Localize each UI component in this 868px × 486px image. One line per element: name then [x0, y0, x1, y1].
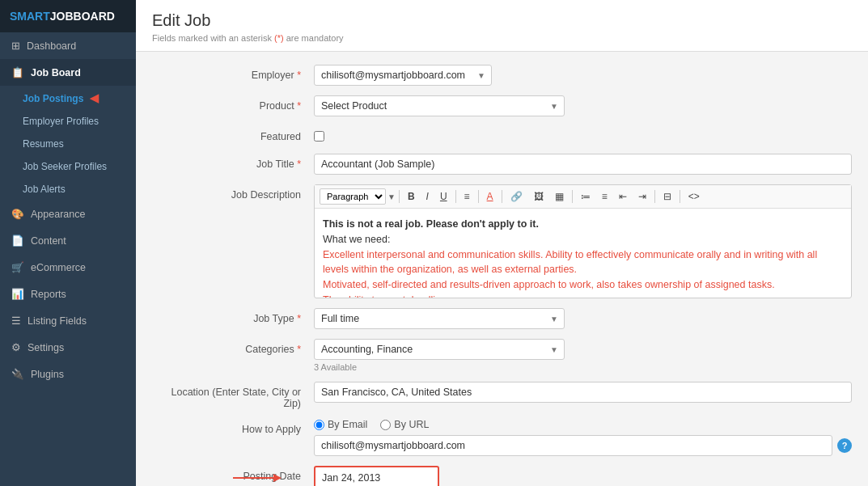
posting-date-row: Posting Date 📅 — [152, 466, 852, 486]
page-header: Edit Job Fields marked with an asterisk … — [136, 0, 868, 52]
sidebar-item-label: Settings — [28, 342, 64, 353]
apply-email-input[interactable] — [314, 435, 832, 456]
underline-button[interactable]: U — [435, 188, 452, 205]
toolbar-divider-4 — [502, 190, 502, 203]
product-label: Product * — [152, 95, 314, 112]
posting-date-arrow — [233, 470, 282, 486]
desc-line3: Excellent interpersonal and communicatio… — [323, 247, 843, 278]
featured-checkbox[interactable] — [314, 131, 324, 142]
email-row: ? — [314, 435, 852, 456]
jobboard-icon: 📋 — [11, 66, 24, 78]
media-button[interactable]: ▦ — [550, 188, 569, 205]
sidebar-item-label: Reports — [31, 289, 66, 300]
image-button[interactable]: 🖼 — [529, 188, 548, 205]
settings-icon: ⚙ — [11, 341, 21, 353]
unordered-list-button[interactable]: ≡ — [597, 188, 612, 205]
paragraph-select[interactable]: Paragraph — [320, 188, 386, 205]
employer-control: chilisoft@mysmartjobboard.com — [314, 65, 852, 86]
location-input[interactable] — [314, 382, 852, 403]
toolbar-divider-1 — [399, 190, 400, 203]
page-title: Edit Job — [152, 11, 852, 30]
sidebar-item-appearance[interactable]: 🎨 Appearance — [0, 201, 136, 227]
sidebar-item-ecommerce[interactable]: 🛒 eCommerce — [0, 254, 136, 281]
appearance-icon: 🎨 — [11, 208, 24, 220]
bold-button[interactable]: B — [403, 188, 420, 205]
location-label: Location (Enter State, City or Zip) — [152, 382, 314, 409]
posting-date-control: 📅 — [314, 466, 852, 486]
by-url-option[interactable]: By URL — [380, 419, 429, 430]
sidebar-item-label: Job Postings — [23, 93, 83, 104]
page-subtitle: Fields marked with an asterisk (*) are m… — [152, 33, 852, 43]
categories-label: Categories * — [152, 339, 314, 355]
toolbar-divider-3 — [478, 190, 479, 203]
job-title-label: Job Title * — [152, 154, 314, 170]
sidebar-item-label: Job Board — [31, 67, 81, 78]
content-icon: 📄 — [11, 235, 24, 247]
help-icon[interactable]: ? — [837, 438, 852, 453]
sidebar-item-listing-fields[interactable]: ☰ Listing Fields — [0, 307, 136, 334]
sidebar-item-dashboard[interactable]: ⊞ Dashboard — [0, 32, 136, 59]
sidebar-item-resumes[interactable]: Resumes — [0, 133, 136, 155]
ecommerce-icon: 🛒 — [11, 261, 24, 273]
by-email-option[interactable]: By Email — [314, 419, 367, 430]
table-button[interactable]: ⊟ — [658, 188, 676, 205]
sidebar-item-label: Job Alerts — [23, 184, 66, 195]
indent-right-button[interactable]: ⇥ — [633, 188, 651, 205]
by-email-radio[interactable] — [314, 420, 324, 430]
sidebar-item-reports[interactable]: 📊 Reports — [0, 281, 136, 307]
sidebar-item-content[interactable]: 📄 Content — [0, 227, 136, 254]
job-type-label: Job Type * — [152, 308, 314, 324]
posting-date-input[interactable] — [315, 468, 439, 487]
by-url-radio[interactable] — [380, 420, 391, 430]
featured-row: Featured — [152, 126, 852, 144]
dashboard-icon: ⊞ — [11, 40, 20, 52]
featured-label: Featured — [152, 126, 314, 142]
ordered-list-button[interactable]: ≔ — [576, 188, 595, 205]
logo-area[interactable]: SMARTJOBBOARD — [0, 0, 136, 32]
job-type-control: Full time — [314, 308, 852, 329]
employer-row: Employer * chilisoft@mysmartjobboard.com — [152, 65, 852, 86]
editor-container: Paragraph ▼ B I U ≡ A 🔗 🖼 — [314, 184, 852, 298]
job-description-row: Job Description Paragraph ▼ B I U ≡ — [152, 184, 852, 298]
toolbar-divider-2 — [455, 190, 456, 203]
sidebar-item-label: Resumes — [23, 138, 64, 150]
toolbar-dropdown-arrow: ▼ — [387, 192, 396, 201]
sidebar-item-job-alerts[interactable]: Job Alerts — [0, 178, 136, 201]
categories-select-wrapper: Accounting, Finance — [314, 339, 565, 360]
link-button[interactable]: 🔗 — [506, 188, 527, 205]
sidebar-item-label: Listing Fields — [28, 315, 87, 327]
form-area: Employer * chilisoft@mysmartjobboard.com… — [136, 52, 868, 486]
italic-button[interactable]: I — [421, 188, 434, 205]
job-type-select[interactable]: Full time — [314, 308, 565, 329]
indent-left-button[interactable]: ⇤ — [614, 188, 632, 205]
align-button[interactable]: ≡ — [459, 188, 475, 205]
how-to-apply-control: By Email By URL ? — [314, 419, 852, 456]
employer-select[interactable]: chilisoft@mysmartjobboard.com — [314, 65, 492, 86]
logo: SMARTJOBBOARD — [10, 10, 115, 23]
employer-select-wrapper: chilisoft@mysmartjobboard.com — [314, 65, 492, 86]
desc-line5: The ability to meet deadlines. — [323, 293, 843, 298]
sidebar-item-job-postings[interactable]: Job Postings ◀ — [0, 86, 136, 110]
reports-icon: 📊 — [11, 288, 24, 300]
product-row: Product * Select Product — [152, 95, 852, 116]
sidebar-item-plugins[interactable]: 🔌 Plugins — [0, 361, 136, 387]
code-button[interactable]: <> — [684, 188, 705, 205]
job-title-control — [314, 154, 852, 175]
posting-date-wrapper: 📅 — [314, 466, 439, 486]
sidebar-item-settings[interactable]: ⚙ Settings — [0, 334, 136, 361]
sidebar-item-employer-profiles[interactable]: Employer Profiles — [0, 110, 136, 133]
sidebar-item-label: eCommerce — [31, 262, 86, 273]
categories-select[interactable]: Accounting, Finance — [314, 339, 565, 360]
job-title-input[interactable] — [314, 154, 852, 175]
categories-available: 3 Available — [314, 362, 852, 372]
sidebar-item-jobboard[interactable]: 📋 Job Board — [0, 59, 136, 86]
product-control: Select Product — [314, 95, 852, 116]
sidebar-item-job-seeker-profiles[interactable]: Job Seeker Profiles — [0, 155, 136, 178]
editor-content[interactable]: This is not a real job. Please don't app… — [315, 209, 851, 298]
employer-label: Employer * — [152, 65, 314, 81]
product-select[interactable]: Select Product — [314, 95, 565, 116]
job-type-row: Job Type * Full time — [152, 308, 852, 329]
categories-control: Accounting, Finance 3 Available — [314, 339, 852, 372]
color-button[interactable]: A — [482, 188, 498, 205]
featured-control — [314, 126, 852, 144]
